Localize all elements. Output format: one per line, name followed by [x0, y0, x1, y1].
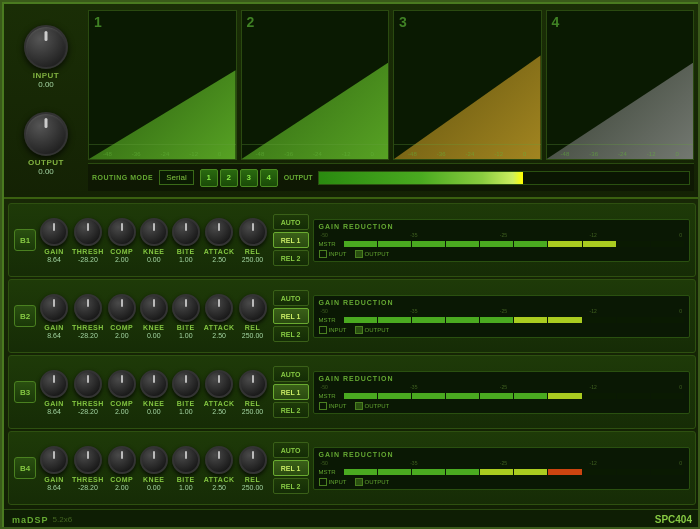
knee-4-knob[interactable] [140, 446, 168, 474]
rel2-3-btn[interactable]: REL 2 [273, 402, 309, 418]
auto-1-btn[interactable]: AUTO [273, 214, 309, 230]
band-4-gain: GAIN 8.64 [40, 446, 68, 491]
gr-panel-1: GAIN REDUCTION -50 -35 -25 -12 0 MSTR [313, 219, 690, 262]
band-1-gain: GAIN 8.64 [40, 218, 68, 263]
band-1-buttons: AUTO REL 1 REL 2 [273, 214, 309, 266]
attack-3-knob[interactable] [205, 370, 233, 398]
routing-btn-3[interactable]: 3 [240, 169, 258, 187]
band-2-comp: COMP 2.00 [108, 294, 136, 339]
attack-1-knob[interactable] [205, 218, 233, 246]
gr-panel-4: GAIN REDUCTION -50 -35 -25 -12 0 MSTR [313, 447, 690, 490]
thresh-2-knob[interactable] [74, 294, 102, 322]
band-2-knee: KNEE 0.00 [140, 294, 168, 339]
band-2-gain: GAIN 8.64 [40, 294, 68, 339]
band-3-label: B3 [14, 381, 36, 403]
rel2-1-btn[interactable]: REL 2 [273, 250, 309, 266]
gr-input-checkbox-2[interactable] [319, 326, 327, 334]
band-1-label: B1 [14, 229, 36, 251]
attack-4-knob[interactable] [205, 446, 233, 474]
routing-bar: ROUTING MODE Serial 1 2 3 4 OUTPUT [88, 163, 694, 191]
routing-btn-4[interactable]: 4 [260, 169, 278, 187]
comp-1-knob[interactable] [108, 218, 136, 246]
rel-1-knob[interactable] [239, 218, 267, 246]
graph-3-number: 3 [399, 14, 407, 30]
knee-1-knob[interactable] [140, 218, 168, 246]
graph-4: 4 -48 -36 -24 -12 0 [546, 10, 695, 160]
gr-output-checkbox-4[interactable] [355, 478, 363, 486]
rel1-4-btn[interactable]: REL 1 [273, 460, 309, 476]
band-4-buttons: AUTO REL 1 REL 2 [273, 442, 309, 494]
auto-3-btn[interactable]: AUTO [273, 366, 309, 382]
auto-2-btn[interactable]: AUTO [273, 290, 309, 306]
band-1-attack: ATTACK 2.50 [204, 218, 235, 263]
rel-3-knob[interactable] [239, 370, 267, 398]
input-knob[interactable] [24, 25, 68, 69]
gr-mstr-meter-2 [344, 317, 684, 323]
gain-4-knob[interactable] [40, 446, 68, 474]
gr-input-checkbox-1[interactable] [319, 250, 327, 258]
brand-logo: maDSP [12, 515, 49, 525]
band-3-knee: KNEE 0.00 [140, 370, 168, 415]
gr-mstr-meter-3 [344, 393, 684, 399]
gr-title-2: GAIN REDUCTION [319, 299, 684, 306]
comp-4-knob[interactable] [108, 446, 136, 474]
band-4-attack: ATTACK 2.50 [204, 446, 235, 491]
output-meter [318, 171, 690, 185]
rel2-2-btn[interactable]: REL 2 [273, 326, 309, 342]
comp-3-knob[interactable] [108, 370, 136, 398]
gr-output-checkbox-1[interactable] [355, 250, 363, 258]
gr-output-checkbox-2[interactable] [355, 326, 363, 334]
graph-1-fill [89, 70, 236, 159]
gr-title-4: GAIN REDUCTION [319, 451, 684, 458]
band-4-knee: KNEE 0.00 [140, 446, 168, 491]
band-1-thresh: THRESH -28.20 [72, 218, 104, 263]
gr-mstr-meter-4 [344, 469, 684, 475]
bite-1-knob[interactable] [172, 218, 200, 246]
graph-3: 3 -48 -36 -24 -12 0 [393, 10, 542, 160]
thresh-1-knob[interactable] [74, 218, 102, 246]
band-row-4: B4 GAIN 8.64 THRESH -28.20 COMP 2.00 KNE… [8, 431, 696, 505]
gain-3-knob[interactable] [40, 370, 68, 398]
rel-4-knob[interactable] [239, 446, 267, 474]
rel1-2-btn[interactable]: REL 1 [273, 308, 309, 324]
rel2-4-btn[interactable]: REL 2 [273, 478, 309, 494]
band-4-label: B4 [14, 457, 36, 479]
rel-2-knob[interactable] [239, 294, 267, 322]
gr-panel-3: GAIN REDUCTION -50 -35 -25 -12 0 MSTR [313, 371, 690, 414]
band-row-2: B2 GAIN 8.64 THRESH -28.20 COMP 2.00 KNE… [8, 279, 696, 353]
comp-2-knob[interactable] [108, 294, 136, 322]
thresh-4-knob[interactable] [74, 446, 102, 474]
footer: maDSP 5.2x6 SPC404 [4, 509, 700, 529]
rel1-1-btn[interactable]: REL 1 [273, 232, 309, 248]
bite-4-knob[interactable] [172, 446, 200, 474]
gain-1-knob[interactable] [40, 218, 68, 246]
thresh-3-knob[interactable] [74, 370, 102, 398]
band-2-buttons: AUTO REL 1 REL 2 [273, 290, 309, 342]
bite-3-knob[interactable] [172, 370, 200, 398]
gr-title-1: GAIN REDUCTION [319, 223, 684, 230]
routing-btn-1[interactable]: 1 [200, 169, 218, 187]
band-2-rel: REL 250.00 [239, 294, 267, 339]
attack-2-knob[interactable] [205, 294, 233, 322]
gr-input-checkbox-3[interactable] [319, 402, 327, 410]
input-label: INPUT [33, 71, 60, 80]
routing-mode-value[interactable]: Serial [159, 170, 193, 185]
routing-btn-2[interactable]: 2 [220, 169, 238, 187]
gain-2-knob[interactable] [40, 294, 68, 322]
band-3-gain: GAIN 8.64 [40, 370, 68, 415]
knee-3-knob[interactable] [140, 370, 168, 398]
band-4-comp: COMP 2.00 [108, 446, 136, 491]
band-2-thresh: THRESH -28.20 [72, 294, 104, 339]
band-1-rel: REL 250.00 [239, 218, 267, 263]
knee-2-knob[interactable] [140, 294, 168, 322]
band-3-attack: ATTACK 2.50 [204, 370, 235, 415]
output-knob[interactable] [24, 112, 68, 156]
gr-input-checkbox-4[interactable] [319, 478, 327, 486]
bite-2-knob[interactable] [172, 294, 200, 322]
routing-buttons: 1 2 3 4 [200, 169, 278, 187]
output-meter-label: OUTPUT [284, 174, 313, 181]
model-label: SPC404 [655, 514, 692, 525]
rel1-3-btn[interactable]: REL 1 [273, 384, 309, 400]
gr-output-checkbox-3[interactable] [355, 402, 363, 410]
auto-4-btn[interactable]: AUTO [273, 442, 309, 458]
